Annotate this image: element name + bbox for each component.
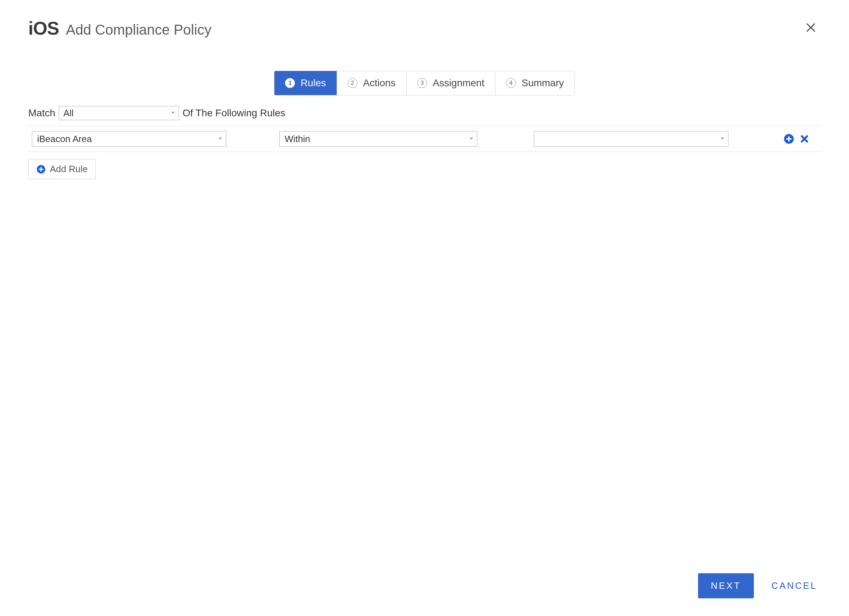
cancel-button[interactable]: CANCEL [768, 573, 821, 598]
dialog-footer: NEXT CANCEL [698, 573, 821, 598]
add-rule-button[interactable]: Add Rule [28, 159, 96, 179]
step-summary[interactable]: 4 Summary [495, 71, 575, 95]
step-number: 1 [285, 78, 295, 88]
step-number: 4 [506, 78, 516, 88]
step-assignment[interactable]: 3 Assignment [407, 71, 495, 95]
match-suffix: Of The Following Rules [182, 107, 285, 119]
step-label: Rules [301, 77, 326, 89]
rule-row-actions [783, 133, 810, 144]
match-select[interactable] [59, 106, 179, 120]
header-title-group: iOS Add Compliance Policy [28, 18, 212, 39]
rule-row [28, 126, 821, 152]
next-button[interactable]: NEXT [698, 573, 754, 598]
step-label: Summary [521, 77, 564, 89]
plus-circle-icon [36, 165, 46, 174]
rule-table [28, 126, 821, 152]
close-button[interactable] [801, 20, 821, 37]
step-rules[interactable]: 1 Rules [274, 71, 337, 95]
step-actions[interactable]: 2 Actions [337, 71, 407, 95]
wizard-steps-container: 1 Rules 2 Actions 3 Assignment 4 Summary [28, 71, 821, 95]
match-row: Match Of The Following Rules [28, 106, 821, 120]
step-number: 3 [417, 78, 427, 88]
add-rule-row-button[interactable] [783, 133, 795, 144]
step-label: Actions [363, 77, 396, 89]
close-icon [804, 21, 817, 34]
rule-operator-select[interactable] [279, 131, 477, 147]
remove-icon [800, 134, 809, 143]
rule-field-select[interactable] [32, 131, 226, 147]
match-prefix: Match [28, 107, 55, 119]
remove-rule-row-button[interactable] [799, 133, 810, 144]
plus-circle-icon [783, 134, 794, 144]
dialog-header: iOS Add Compliance Policy [28, 18, 821, 39]
step-label: Assignment [433, 77, 484, 89]
rule-value-select[interactable] [534, 131, 728, 147]
platform-label: iOS [28, 18, 59, 39]
add-rule-label: Add Rule [50, 164, 88, 175]
page-title: Add Compliance Policy [66, 22, 212, 38]
step-number: 2 [348, 78, 357, 88]
wizard-steps: 1 Rules 2 Actions 3 Assignment 4 Summary [274, 71, 575, 95]
